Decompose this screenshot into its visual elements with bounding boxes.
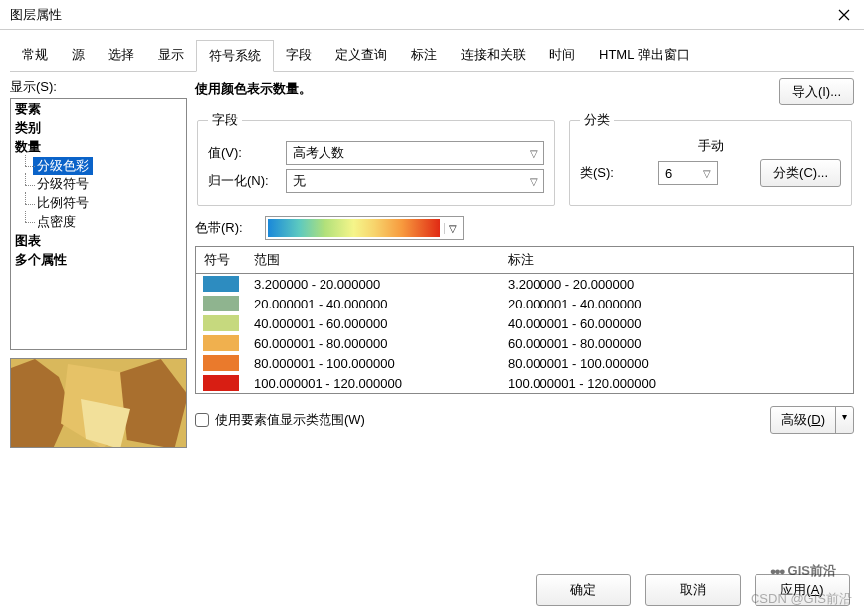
range-cell: 100.000001 - 120.000000 [246, 376, 500, 391]
class-table[interactable]: 符号 范围 标注 3.200000 - 20.0000003.200000 - … [195, 246, 854, 394]
chevron-down-icon: ▽ [703, 168, 711, 179]
range-cell: 40.000001 - 60.000000 [246, 316, 500, 331]
chevron-down-icon: ▽ [530, 148, 538, 159]
show-feature-values-label: 使用要素值显示类范围(W) [215, 411, 365, 429]
value-selected: 高考人数 [293, 144, 344, 162]
fields-group: 字段 值(V): 高考人数 ▽ 归一化(N): 无 ▽ [197, 111, 555, 206]
normalize-label: 归一化(N): [208, 172, 278, 190]
tree-item[interactable]: 数量 [15, 138, 182, 157]
tab-时间[interactable]: 时间 [538, 40, 587, 71]
chevron-down-icon: ▾ [835, 407, 853, 433]
watermark-brand: ●●● GIS前沿 [770, 562, 836, 580]
table-row[interactable]: 60.000001 - 80.00000060.000001 - 80.0000… [196, 333, 853, 353]
tab-字段[interactable]: 字段 [274, 40, 324, 71]
table-row[interactable]: 100.000001 - 120.000000100.000001 - 120.… [196, 373, 853, 393]
value-label: 值(V): [208, 144, 278, 162]
tab-选择[interactable]: 选择 [97, 40, 146, 71]
window-title: 图层属性 [10, 6, 62, 24]
col-symbol[interactable]: 符号 [196, 247, 246, 273]
label-cell: 60.000001 - 80.000000 [500, 336, 853, 351]
tree-item[interactable]: 多个属性 [15, 251, 182, 270]
color-ramp-select[interactable]: ▽ [265, 216, 464, 240]
chevron-down-icon: ▽ [444, 223, 461, 234]
tab-连接和关联[interactable]: 连接和关联 [449, 40, 538, 71]
label-cell: 40.000001 - 60.000000 [500, 316, 853, 331]
fields-legend: 字段 [208, 111, 242, 129]
tab-常规[interactable]: 常规 [10, 40, 60, 71]
tab-定义查询[interactable]: 定义查询 [324, 40, 399, 71]
table-row[interactable]: 20.000001 - 40.00000020.000001 - 40.0000… [196, 294, 853, 313]
tree-item[interactable]: 要素 [15, 101, 182, 119]
tab-符号系统[interactable]: 符号系统 [196, 40, 274, 72]
label-cell: 100.000001 - 120.000000 [500, 376, 853, 391]
show-feature-values-checkbox[interactable] [195, 413, 209, 427]
tree-item[interactable]: 点密度 [15, 213, 182, 232]
color-swatch [203, 355, 239, 371]
tab-源[interactable]: 源 [60, 40, 97, 71]
show-label: 显示(S): [10, 78, 187, 96]
chevron-down-icon: ▽ [530, 176, 538, 187]
classes-value: 6 [665, 166, 672, 181]
label-cell: 20.000001 - 40.000000 [500, 297, 853, 311]
advanced-button[interactable]: 高级(D) ▾ [770, 406, 854, 434]
wechat-icon: ●●● [770, 565, 784, 577]
range-cell: 3.200000 - 20.000000 [246, 277, 500, 292]
cancel-button[interactable]: 取消 [645, 574, 741, 606]
classify-button[interactable]: 分类(C)... [760, 159, 841, 187]
classes-select[interactable]: 6 ▽ [658, 161, 718, 185]
table-row[interactable]: 3.200000 - 20.0000003.200000 - 20.000000 [196, 274, 853, 294]
tree-item[interactable]: 分级色彩 [33, 157, 93, 176]
classify-method: 手动 [580, 137, 841, 155]
classes-label: 类(S): [580, 164, 650, 182]
range-cell: 60.000001 - 80.000000 [246, 336, 500, 351]
table-row[interactable]: 80.000001 - 100.00000080.000001 - 100.00… [196, 353, 853, 373]
color-swatch [203, 375, 239, 391]
classify-legend: 分类 [580, 111, 614, 129]
value-select[interactable]: 高考人数 ▽ [286, 141, 544, 165]
ribbon-label: 色带(R): [195, 219, 255, 237]
watermark-csdn: CSDN @GIS前沿 [751, 590, 852, 608]
map-preview [10, 358, 187, 448]
close-icon [838, 9, 850, 21]
color-swatch [203, 315, 239, 331]
description-text: 使用颜色表示数量。 [195, 78, 773, 98]
range-cell: 80.000001 - 100.000000 [246, 356, 500, 371]
color-swatch [203, 276, 239, 292]
import-button[interactable]: 导入(I)... [779, 78, 854, 105]
tree-item[interactable]: 比例符号 [15, 194, 182, 213]
color-swatch [203, 335, 239, 351]
col-label[interactable]: 标注 [500, 247, 853, 273]
tab-显示[interactable]: 显示 [146, 40, 196, 71]
table-row[interactable]: 40.000001 - 60.00000040.000001 - 60.0000… [196, 313, 853, 333]
color-ramp-preview [268, 219, 440, 237]
col-range[interactable]: 范围 [246, 247, 500, 273]
tree-item[interactable]: 图表 [15, 232, 182, 251]
range-cell: 20.000001 - 40.000000 [246, 297, 500, 311]
normalize-selected: 无 [293, 172, 306, 190]
normalize-select[interactable]: 无 ▽ [286, 169, 544, 193]
tree-item[interactable]: 分级符号 [15, 175, 182, 194]
label-cell: 80.000001 - 100.000000 [500, 356, 853, 371]
color-swatch [203, 296, 239, 311]
close-button[interactable] [824, 0, 864, 30]
tab-标注[interactable]: 标注 [399, 40, 449, 71]
category-tree[interactable]: 要素类别数量分级色彩分级符号比例符号点密度图表多个属性 [10, 98, 187, 350]
tree-item[interactable]: 类别 [15, 119, 182, 138]
classify-group: 分类 手动 类(S): 6 ▽ 分类(C)... [569, 111, 852, 206]
label-cell: 3.200000 - 20.000000 [500, 277, 853, 292]
ok-button[interactable]: 确定 [536, 574, 631, 606]
tab-HTML 弹出窗口[interactable]: HTML 弹出窗口 [587, 40, 702, 71]
